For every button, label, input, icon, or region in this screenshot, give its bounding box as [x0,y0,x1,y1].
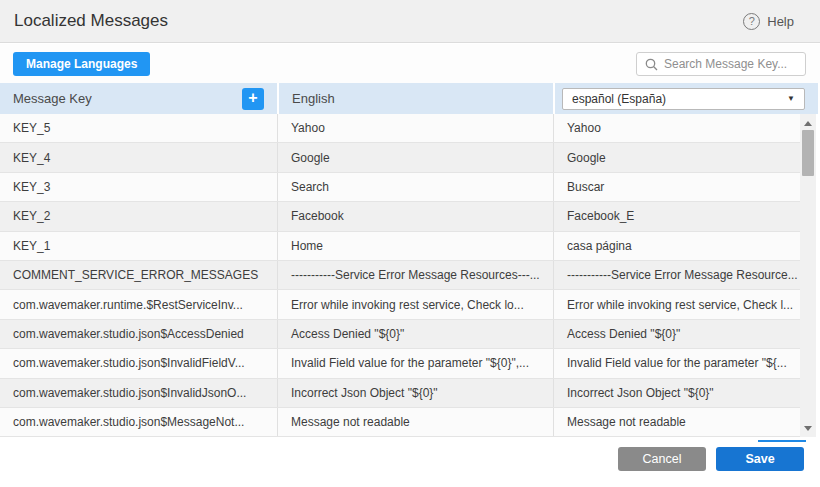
cell-key[interactable]: com.wavemaker.studio.json$AccessDenied [0,320,278,348]
add-message-key-button[interactable]: + [242,88,264,110]
cell-key[interactable]: COMMENT_SERVICE_ERROR_MESSAGES [0,261,278,289]
cell-english[interactable]: Home [278,232,554,260]
language-select-value: español (España) [572,92,666,106]
title-bar: Localized Messages ? Help [0,0,820,43]
localized-messages-dialog: Localized Messages ? Help Manage Languag… [0,0,820,487]
cell-spanish[interactable]: Google [554,143,800,171]
language-select[interactable]: español (España) ▼ [562,88,805,110]
manage-languages-button[interactable]: Manage Languages [13,52,150,76]
cell-english[interactable]: Message not readable [278,408,554,436]
arrow-down-icon [804,426,812,431]
column-header-message-key: Message Key + [0,83,277,114]
cell-spanish[interactable]: Yahoo [554,114,800,142]
help-button[interactable]: ? Help [743,13,794,30]
accent-bar [758,440,806,442]
cell-spanish[interactable]: Invalid Field value for the parameter "$… [554,349,800,377]
arrow-up-icon [804,121,812,126]
help-icon: ? [743,13,760,30]
cell-english[interactable]: Yahoo [278,114,554,142]
table-row[interactable]: KEY_1Homecasa página [0,232,800,261]
cell-key[interactable]: com.wavemaker.studio.json$MessageNot... [0,408,278,436]
cell-english[interactable]: Facebook [278,202,554,230]
cell-english[interactable]: Error while invoking rest service, Check… [278,290,554,318]
help-label: Help [767,14,794,29]
page-title: Localized Messages [14,11,168,31]
cell-english[interactable]: Incorrect Json Object "${0}" [278,379,554,407]
cell-key[interactable]: com.wavemaker.studio.json$InvalidFieldV.… [0,349,278,377]
table-row[interactable]: com.wavemaker.studio.json$AccessDeniedAc… [0,320,800,349]
table-row[interactable]: com.wavemaker.studio.json$InvalidFieldV.… [0,349,800,378]
cancel-button[interactable]: Cancel [618,447,706,471]
vertical-scrollbar[interactable] [800,114,816,437]
cell-spanish[interactable]: Error while invoking rest service, Check… [554,290,800,318]
scroll-up-button[interactable] [800,116,816,130]
table-row[interactable]: KEY_4GoogleGoogle [0,143,800,172]
cell-spanish[interactable]: casa página [554,232,800,260]
english-header-label: English [292,91,335,106]
search-icon [645,58,658,71]
save-button[interactable]: Save [716,447,804,471]
cell-spanish[interactable]: Facebook_E [554,202,800,230]
column-header-language: español (España) ▼ [555,83,818,114]
cell-key[interactable]: KEY_5 [0,114,278,142]
table-row[interactable]: com.wavemaker.studio.json$InvalidJsonO..… [0,379,800,408]
message-key-header-label: Message Key [13,91,92,106]
cell-english[interactable]: Invalid Field value for the parameter "$… [278,349,554,377]
chevron-down-icon: ▼ [787,94,795,103]
cell-english[interactable]: Search [278,173,554,201]
table-body: KEY_5YahooYahooKEY_4GoogleGoogleKEY_3Sea… [0,114,800,437]
cell-key[interactable]: KEY_4 [0,143,278,171]
cell-english[interactable]: Google [278,143,554,171]
cell-spanish[interactable]: Incorrect Json Object "${0}" [554,379,800,407]
search-box[interactable] [636,52,806,76]
cell-english[interactable]: -----------Service Error Message Resourc… [278,261,554,289]
cell-spanish[interactable]: Message not readable [554,408,800,436]
scrollbar-thumb[interactable] [802,130,814,176]
table-row[interactable]: com.wavemaker.studio.json$MessageNot...M… [0,408,800,437]
scroll-down-button[interactable] [800,421,816,435]
table-row[interactable]: KEY_3SearchBuscar [0,173,800,202]
cell-key[interactable]: com.wavemaker.runtime.$RestServiceInv... [0,290,278,318]
cell-key[interactable]: KEY_2 [0,202,278,230]
table-row[interactable]: KEY_2FacebookFacebook_E [0,202,800,231]
cell-spanish[interactable]: Buscar [554,173,800,201]
table-row[interactable]: KEY_5YahooYahoo [0,114,800,143]
cell-key[interactable]: KEY_1 [0,232,278,260]
table-row[interactable]: com.wavemaker.runtime.$RestServiceInv...… [0,290,800,319]
cell-english[interactable]: Access Denied "${0}" [278,320,554,348]
toolbar: Manage Languages [0,44,820,83]
cell-spanish[interactable]: -----------Service Error Message Resourc… [554,261,800,289]
cell-key[interactable]: com.wavemaker.studio.json$InvalidJsonO..… [0,379,278,407]
search-input[interactable] [664,57,797,71]
cell-spanish[interactable]: Access Denied "${0}" [554,320,800,348]
cell-key[interactable]: KEY_3 [0,173,278,201]
column-header-english: English [279,83,553,114]
table-header: Message Key + English español (España) ▼ [0,83,818,114]
table-row[interactable]: COMMENT_SERVICE_ERROR_MESSAGES----------… [0,261,800,290]
